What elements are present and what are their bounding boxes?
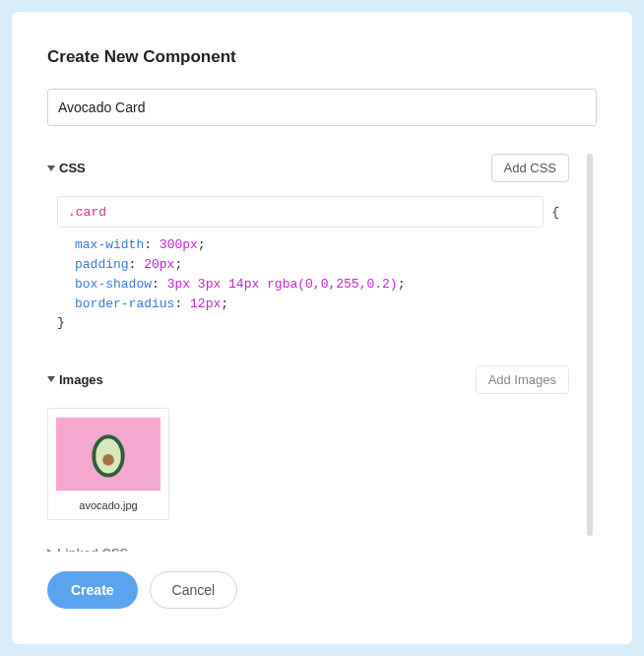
component-name-input[interactable] bbox=[47, 89, 597, 126]
images-section-toggle[interactable]: Images bbox=[47, 372, 103, 387]
image-thumbnail bbox=[56, 417, 161, 492]
css-val: 300px bbox=[160, 237, 198, 252]
images-grid: avocado.jpg bbox=[47, 408, 569, 520]
css-open-brace: { bbox=[551, 205, 559, 220]
css-val: 20px bbox=[144, 257, 174, 272]
add-images-button[interactable]: Add Images bbox=[476, 365, 569, 394]
dialog-title: Create New Component bbox=[47, 47, 597, 67]
css-val: 12px bbox=[190, 296, 221, 311]
images-section-label: Images bbox=[59, 372, 103, 387]
add-css-button[interactable]: Add CSS bbox=[491, 154, 569, 182]
dialog-scroll-area: CSS Add CSS { max-width: 300px; padding:… bbox=[47, 154, 597, 552]
chevron-down-icon bbox=[47, 376, 55, 382]
scrollbar[interactable] bbox=[587, 154, 593, 552]
css-section-toggle[interactable]: CSS bbox=[47, 161, 86, 175]
css-val: 3px 3px 14px rgba(0,0,255,0.2) bbox=[167, 277, 398, 292]
chevron-down-icon bbox=[47, 165, 55, 171]
css-section-header: CSS Add CSS bbox=[47, 154, 569, 182]
scrollbar-thumb[interactable] bbox=[587, 154, 593, 536]
chevron-right-icon bbox=[47, 549, 53, 552]
css-prop: padding bbox=[75, 257, 129, 272]
create-button[interactable]: Create bbox=[47, 571, 138, 609]
avocado-icon bbox=[56, 417, 161, 492]
image-filename: avocado.jpg bbox=[79, 499, 137, 511]
linked-css-section-toggle[interactable]: Linked CSS bbox=[47, 546, 569, 552]
css-selector-input[interactable] bbox=[57, 196, 544, 228]
create-component-dialog: Create New Component CSS Add CSS { max-w… bbox=[12, 12, 632, 644]
images-section-header: Images Add Images bbox=[47, 365, 569, 394]
cancel-button[interactable]: Cancel bbox=[150, 571, 238, 609]
css-section-label: CSS bbox=[59, 161, 86, 175]
css-editor[interactable]: { max-width: 300px; padding: 20px; box-s… bbox=[47, 196, 569, 340]
image-card[interactable]: avocado.jpg bbox=[47, 408, 169, 520]
dialog-footer: Create Cancel bbox=[47, 571, 597, 609]
css-prop: border-radius bbox=[75, 296, 174, 311]
css-close-brace: } bbox=[57, 315, 559, 330]
linked-css-label: Linked CSS bbox=[57, 546, 128, 552]
svg-point-3 bbox=[102, 454, 114, 466]
css-prop: max-width bbox=[75, 237, 144, 252]
css-prop: box-shadow bbox=[75, 277, 152, 292]
